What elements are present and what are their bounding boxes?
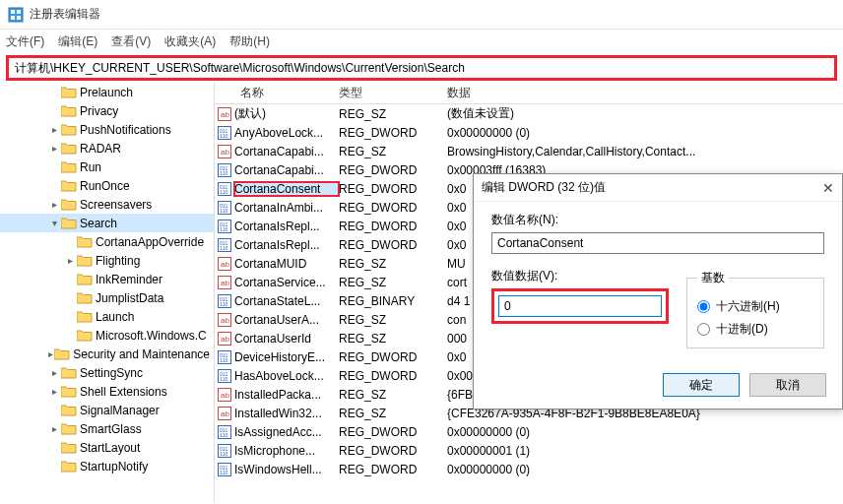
address-bar[interactable]	[15, 61, 828, 75]
tree-item-shell-extensions[interactable]: ▸Shell Extensions	[0, 382, 214, 401]
expand-icon[interactable]: ▾	[47, 218, 61, 228]
tree-item-pushnotifications[interactable]: ▸PushNotifications	[0, 120, 214, 139]
tree-item-runonce[interactable]: RunOnce	[0, 176, 214, 195]
menubar: 文件(F) 编辑(E) 查看(V) 收藏夹(A) 帮助(H)	[0, 30, 843, 53]
svg-text:110: 110	[220, 357, 228, 363]
col-data[interactable]: 数据	[441, 85, 843, 101]
value-row[interactable]: ab(默认)REG_SZ(数值未设置)	[215, 104, 843, 123]
tree-item-startupnotify[interactable]: StartupNotify	[0, 457, 214, 475]
radix-hex-radio[interactable]	[697, 300, 710, 313]
tree-item-jumplistdata[interactable]: JumplistData	[0, 288, 214, 307]
svg-text:ab: ab	[221, 316, 229, 325]
col-name[interactable]: 名称	[215, 85, 333, 101]
tree-item-security-and-maintenance[interactable]: ▸Security and Maintenance	[0, 345, 214, 363]
binary-value-icon: 011110	[215, 350, 234, 364]
ok-button[interactable]: 确定	[663, 373, 740, 397]
value-data-field[interactable]	[498, 295, 662, 317]
value-name: IsWindowsHell...	[234, 463, 339, 476]
folder-icon	[61, 142, 77, 155]
svg-text:110: 110	[220, 133, 228, 139]
value-name: DeviceHistoryE...	[234, 350, 339, 364]
tree-item-label: Prelaunch	[80, 86, 133, 99]
value-data: 0x00000000 (0)	[447, 463, 843, 476]
tree-item-startlayout[interactable]: StartLayout	[0, 438, 214, 457]
value-name: CortanaConsent	[234, 182, 339, 196]
expand-icon[interactable]: ▸	[47, 386, 61, 397]
menu-favorites[interactable]: 收藏夹(A)	[164, 33, 216, 50]
tree-item-privacy[interactable]: Privacy	[0, 101, 214, 120]
tree-item-screensavers[interactable]: ▸Screensavers	[0, 195, 214, 214]
tree-item-label: RADAR	[80, 142, 121, 156]
tree-item-cortanaappoverride[interactable]: CortanaAppOverride	[0, 232, 214, 251]
value-type: REG_DWORD	[339, 425, 447, 439]
tree-item-settingsync[interactable]: ▸SettingSync	[0, 363, 214, 382]
svg-text:110: 110	[220, 451, 228, 457]
tree-item-launch[interactable]: Launch	[0, 307, 214, 326]
tree-item-flighting[interactable]: ▸Flighting	[0, 251, 214, 270]
folder-icon	[61, 86, 77, 98]
tree-item-label: RunOnce	[80, 179, 130, 193]
binary-value-icon: 011110	[215, 369, 234, 383]
menu-view[interactable]: 查看(V)	[111, 33, 151, 50]
value-type: REG_DWORD	[339, 126, 447, 140]
folder-icon	[77, 291, 93, 304]
tree-item-smartglass[interactable]: ▸SmartGlass	[0, 419, 214, 438]
value-name-field[interactable]	[491, 232, 824, 254]
value-name: IsMicrophone...	[234, 444, 339, 458]
expand-icon[interactable]: ▸	[47, 143, 61, 154]
folder-icon	[54, 347, 70, 360]
dialog-titlebar[interactable]: 编辑 DWORD (32 位)值 ✕	[474, 174, 842, 202]
value-row[interactable]: 011110IsAssignedAcc...REG_DWORD0x0000000…	[215, 422, 843, 441]
svg-rect-3	[11, 16, 15, 20]
svg-text:110: 110	[220, 189, 228, 195]
value-type: REG_DWORD	[339, 238, 447, 252]
value-name: CortanaIsRepl...	[234, 238, 339, 252]
expand-icon[interactable]: ▸	[47, 124, 61, 135]
folder-icon	[77, 310, 93, 323]
menu-file[interactable]: 文件(F)	[6, 33, 44, 50]
value-name: CortanaIsRepl...	[234, 220, 339, 233]
expand-icon[interactable]: ▸	[47, 348, 54, 359]
radix-hex[interactable]: 十六进制(H)	[697, 298, 813, 315]
tree-item-label: CortanaAppOverride	[96, 235, 204, 249]
string-value-icon: ab	[215, 257, 234, 271]
expand-icon[interactable]: ▸	[47, 199, 61, 210]
svg-text:ab: ab	[221, 260, 229, 269]
value-data: BrowsingHistory,Calendar,CallHistory,Con…	[447, 145, 843, 158]
expand-icon[interactable]: ▸	[47, 423, 61, 434]
binary-value-icon: 011110	[215, 425, 234, 439]
tree-view[interactable]: PrelaunchPrivacy▸PushNotifications▸RADAR…	[0, 83, 215, 502]
radix-dec-radio[interactable]	[697, 323, 710, 336]
value-type: REG_SZ	[339, 257, 447, 271]
tree-item-radar[interactable]: ▸RADAR	[0, 139, 214, 158]
menu-edit[interactable]: 编辑(E)	[58, 33, 97, 50]
tree-item-label: SettingSync	[80, 366, 143, 380]
value-row[interactable]: 011110AnyAboveLock...REG_DWORD0x00000000…	[215, 123, 843, 142]
cancel-button[interactable]: 取消	[749, 373, 826, 397]
value-row[interactable]: abCortanaCapabi...REG_SZBrowsingHistory,…	[215, 142, 843, 160]
binary-value-icon: 011110	[215, 126, 234, 140]
radix-dec[interactable]: 十进制(D)	[697, 321, 813, 338]
svg-text:110: 110	[220, 245, 228, 251]
value-type: REG_DWORD	[339, 163, 447, 177]
close-icon[interactable]: ✕	[822, 180, 834, 196]
svg-text:ab: ab	[221, 335, 229, 344]
expand-icon[interactable]: ▸	[47, 367, 61, 378]
tree-item-signalmanager[interactable]: SignalManager	[0, 401, 214, 419]
tree-item-search[interactable]: ▾Search	[0, 214, 214, 232]
tree-item-inkreminder[interactable]: InkReminder	[0, 270, 214, 288]
folder-icon	[61, 104, 77, 117]
tree-item-label: SignalManager	[80, 404, 160, 417]
tree-item-run[interactable]: Run	[0, 158, 214, 176]
col-type[interactable]: 类型	[333, 85, 441, 101]
expand-icon[interactable]: ▸	[63, 255, 77, 266]
svg-text:ab: ab	[221, 410, 229, 418]
value-row[interactable]: 011110IsMicrophone...REG_DWORD0x00000001…	[215, 441, 843, 460]
tree-item-prelaunch[interactable]: Prelaunch	[0, 83, 214, 101]
value-data: (数值未设置)	[447, 105, 843, 122]
menu-help[interactable]: 帮助(H)	[229, 33, 270, 50]
tree-item-microsoft-windows-c[interactable]: Microsoft.Windows.C	[0, 326, 214, 345]
value-row[interactable]: 011110IsWindowsHell...REG_DWORD0x0000000…	[215, 460, 843, 478]
value-type: REG_SZ	[339, 276, 447, 289]
string-value-icon: ab	[215, 313, 234, 327]
